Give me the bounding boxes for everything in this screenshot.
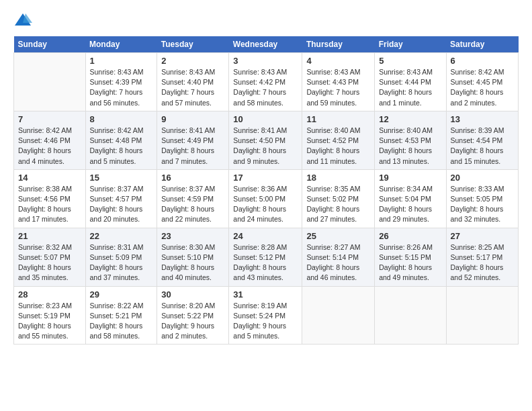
day-info: Sunrise: 8:43 AMSunset: 4:44 PMDaylight:… xyxy=(379,67,441,108)
day-number: 2 xyxy=(161,56,224,66)
day-number: 14 xyxy=(18,173,81,183)
day-info: Sunrise: 8:41 AMSunset: 4:50 PMDaylight:… xyxy=(233,126,298,167)
day-number: 24 xyxy=(233,231,298,241)
day-info: Sunrise: 8:35 AMSunset: 5:02 PMDaylight:… xyxy=(306,184,370,225)
weekday-header-wednesday: Wednesday xyxy=(229,36,302,53)
calendar-cell: 14Sunrise: 8:38 AMSunset: 4:56 PMDayligh… xyxy=(14,169,86,228)
calendar-table: SundayMondayTuesdayWednesdayThursdayFrid… xyxy=(13,36,519,345)
calendar-cell: 11Sunrise: 8:40 AMSunset: 4:52 PMDayligh… xyxy=(302,111,375,169)
svg-marker-1 xyxy=(23,13,32,23)
day-number: 17 xyxy=(233,173,298,183)
day-number: 5 xyxy=(379,56,441,66)
calendar-cell: 3Sunrise: 8:43 AMSunset: 4:42 PMDaylight… xyxy=(229,53,302,111)
day-info: Sunrise: 8:40 AMSunset: 4:52 PMDaylight:… xyxy=(306,126,370,167)
day-info: Sunrise: 8:30 AMSunset: 5:10 PMDaylight:… xyxy=(161,242,224,283)
calendar-week-row: 14Sunrise: 8:38 AMSunset: 4:56 PMDayligh… xyxy=(14,169,519,228)
weekday-header-thursday: Thursday xyxy=(302,36,375,53)
calendar-cell: 28Sunrise: 8:23 AMSunset: 5:19 PMDayligh… xyxy=(14,286,86,345)
calendar-cell xyxy=(302,286,375,345)
calendar-cell: 24Sunrise: 8:28 AMSunset: 5:12 PMDayligh… xyxy=(229,228,302,286)
calendar-cell: 12Sunrise: 8:40 AMSunset: 4:53 PMDayligh… xyxy=(375,111,446,169)
day-info: Sunrise: 8:39 AMSunset: 4:54 PMDaylight:… xyxy=(451,126,514,167)
weekday-header-sunday: Sunday xyxy=(14,36,86,53)
calendar-cell: 19Sunrise: 8:34 AMSunset: 5:04 PMDayligh… xyxy=(375,169,446,228)
day-info: Sunrise: 8:43 AMSunset: 4:39 PMDaylight:… xyxy=(90,67,153,108)
calendar-cell: 10Sunrise: 8:41 AMSunset: 4:50 PMDayligh… xyxy=(229,111,302,169)
calendar-week-row: 7Sunrise: 8:42 AMSunset: 4:46 PMDaylight… xyxy=(14,111,519,169)
weekday-header-tuesday: Tuesday xyxy=(157,36,229,53)
day-number: 26 xyxy=(379,231,441,241)
day-info: Sunrise: 8:43 AMSunset: 4:40 PMDaylight:… xyxy=(161,67,224,108)
day-number: 11 xyxy=(306,114,370,124)
day-info: Sunrise: 8:32 AMSunset: 5:07 PMDaylight:… xyxy=(18,242,81,283)
calendar-cell xyxy=(14,53,86,111)
calendar-cell: 6Sunrise: 8:42 AMSunset: 4:45 PMDaylight… xyxy=(446,53,518,111)
day-number: 20 xyxy=(451,173,514,183)
calendar-week-row: 1Sunrise: 8:43 AMSunset: 4:39 PMDaylight… xyxy=(14,53,519,111)
day-number: 6 xyxy=(451,56,514,66)
day-number: 3 xyxy=(233,56,298,66)
day-info: Sunrise: 8:43 AMSunset: 4:43 PMDaylight:… xyxy=(306,67,370,108)
day-number: 31 xyxy=(233,289,298,300)
day-number: 22 xyxy=(90,231,153,241)
calendar-cell: 7Sunrise: 8:42 AMSunset: 4:46 PMDaylight… xyxy=(14,111,86,169)
day-info: Sunrise: 8:23 AMSunset: 5:19 PMDaylight:… xyxy=(18,301,81,342)
weekday-header-friday: Friday xyxy=(375,36,446,53)
day-info: Sunrise: 8:27 AMSunset: 5:14 PMDaylight:… xyxy=(306,242,370,283)
day-number: 13 xyxy=(451,114,514,124)
day-number: 27 xyxy=(451,231,514,241)
calendar-cell: 26Sunrise: 8:26 AMSunset: 5:15 PMDayligh… xyxy=(375,228,446,286)
calendar-cell: 17Sunrise: 8:36 AMSunset: 5:00 PMDayligh… xyxy=(229,169,302,228)
logo xyxy=(13,11,35,30)
day-number: 30 xyxy=(161,289,224,300)
calendar-cell: 8Sunrise: 8:42 AMSunset: 4:48 PMDaylight… xyxy=(85,111,157,169)
day-number: 9 xyxy=(161,114,224,124)
day-info: Sunrise: 8:42 AMSunset: 4:48 PMDaylight:… xyxy=(90,126,153,167)
calendar-cell: 29Sunrise: 8:22 AMSunset: 5:21 PMDayligh… xyxy=(85,286,157,345)
calendar-cell: 25Sunrise: 8:27 AMSunset: 5:14 PMDayligh… xyxy=(302,228,375,286)
calendar-cell: 23Sunrise: 8:30 AMSunset: 5:10 PMDayligh… xyxy=(157,228,229,286)
calendar-week-row: 28Sunrise: 8:23 AMSunset: 5:19 PMDayligh… xyxy=(14,286,519,345)
calendar-cell: 20Sunrise: 8:33 AMSunset: 5:05 PMDayligh… xyxy=(446,169,518,228)
header xyxy=(13,11,519,30)
calendar-cell: 2Sunrise: 8:43 AMSunset: 4:40 PMDaylight… xyxy=(157,53,229,111)
day-number: 7 xyxy=(18,114,81,124)
day-number: 19 xyxy=(379,173,441,183)
day-number: 21 xyxy=(18,231,81,241)
weekday-header-row: SundayMondayTuesdayWednesdayThursdayFrid… xyxy=(14,36,519,53)
day-info: Sunrise: 8:20 AMSunset: 5:22 PMDaylight:… xyxy=(161,301,224,342)
day-number: 15 xyxy=(90,173,153,183)
day-info: Sunrise: 8:42 AMSunset: 4:45 PMDaylight:… xyxy=(451,67,514,108)
day-info: Sunrise: 8:38 AMSunset: 4:56 PMDaylight:… xyxy=(18,184,81,225)
calendar-cell: 9Sunrise: 8:41 AMSunset: 4:49 PMDaylight… xyxy=(157,111,229,169)
day-info: Sunrise: 8:31 AMSunset: 5:09 PMDaylight:… xyxy=(90,242,153,283)
calendar-cell: 13Sunrise: 8:39 AMSunset: 4:54 PMDayligh… xyxy=(446,111,518,169)
calendar-cell: 22Sunrise: 8:31 AMSunset: 5:09 PMDayligh… xyxy=(85,228,157,286)
day-number: 29 xyxy=(90,289,153,300)
day-info: Sunrise: 8:22 AMSunset: 5:21 PMDaylight:… xyxy=(90,301,153,342)
day-number: 1 xyxy=(90,56,153,66)
day-number: 8 xyxy=(90,114,153,124)
day-number: 28 xyxy=(18,289,81,300)
day-number: 25 xyxy=(306,231,370,241)
day-number: 23 xyxy=(161,231,224,241)
day-info: Sunrise: 8:33 AMSunset: 5:05 PMDaylight:… xyxy=(451,184,514,225)
weekday-header-saturday: Saturday xyxy=(446,36,518,53)
calendar-cell: 18Sunrise: 8:35 AMSunset: 5:02 PMDayligh… xyxy=(302,169,375,228)
calendar-cell: 31Sunrise: 8:19 AMSunset: 5:24 PMDayligh… xyxy=(229,286,302,345)
day-info: Sunrise: 8:28 AMSunset: 5:12 PMDaylight:… xyxy=(233,242,298,283)
day-number: 12 xyxy=(379,114,441,124)
day-info: Sunrise: 8:42 AMSunset: 4:46 PMDaylight:… xyxy=(18,126,81,167)
day-info: Sunrise: 8:37 AMSunset: 4:57 PMDaylight:… xyxy=(90,184,153,225)
day-info: Sunrise: 8:25 AMSunset: 5:17 PMDaylight:… xyxy=(451,242,514,283)
calendar-cell: 4Sunrise: 8:43 AMSunset: 4:43 PMDaylight… xyxy=(302,53,375,111)
day-info: Sunrise: 8:34 AMSunset: 5:04 PMDaylight:… xyxy=(379,184,441,225)
day-info: Sunrise: 8:40 AMSunset: 4:53 PMDaylight:… xyxy=(379,126,441,167)
calendar-cell: 27Sunrise: 8:25 AMSunset: 5:17 PMDayligh… xyxy=(446,228,518,286)
calendar-cell: 30Sunrise: 8:20 AMSunset: 5:22 PMDayligh… xyxy=(157,286,229,345)
weekday-header-monday: Monday xyxy=(85,36,157,53)
day-number: 16 xyxy=(161,173,224,183)
calendar-cell xyxy=(446,286,518,345)
day-info: Sunrise: 8:43 AMSunset: 4:42 PMDaylight:… xyxy=(233,67,298,108)
day-info: Sunrise: 8:41 AMSunset: 4:49 PMDaylight:… xyxy=(161,126,224,167)
